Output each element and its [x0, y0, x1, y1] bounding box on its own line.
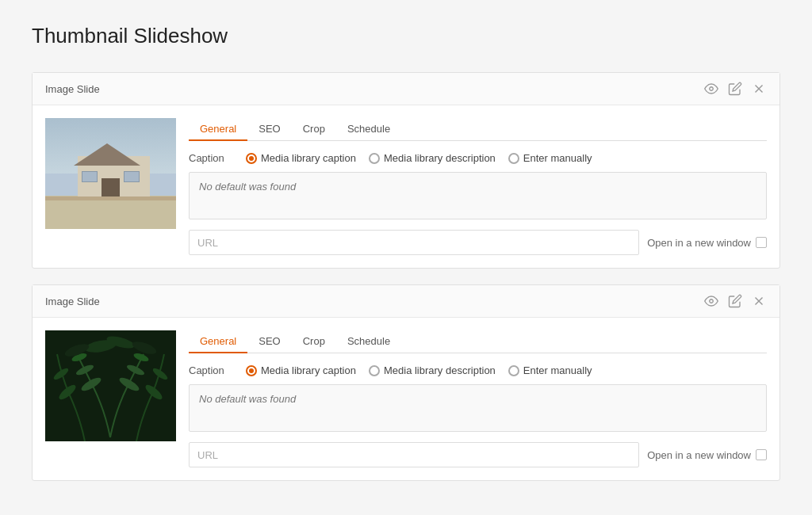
radio-label-2b: Media library description	[384, 364, 496, 376]
tab-seo-1[interactable]: SEO	[247, 118, 291, 141]
slide-card-1: Image Slide	[32, 72, 780, 269]
tab-seo-2[interactable]: SEO	[247, 330, 291, 353]
radio-enter-manually-2[interactable]: Enter manually	[508, 364, 592, 376]
radio-media-caption-1[interactable]: Media library caption	[246, 152, 356, 164]
slide-2-image	[45, 330, 176, 441]
tab-general-2[interactable]: General	[189, 330, 247, 353]
caption-label-1: Caption	[189, 152, 236, 164]
radio-circle-2c	[508, 365, 519, 376]
edit-icon-slide-2[interactable]	[727, 293, 743, 309]
eye-svg-2	[704, 294, 718, 308]
caption-textarea-1[interactable]	[189, 172, 767, 219]
radio-circle-1a	[246, 153, 257, 164]
slide-2-tabs: General SEO Crop Schedule	[189, 330, 767, 353]
radio-media-desc-1[interactable]: Media library description	[369, 152, 496, 164]
house-window-left	[82, 171, 98, 182]
radio-label-2a: Media library caption	[261, 364, 356, 376]
fern-svg	[45, 330, 176, 441]
open-new-window-1: Open in a new window	[647, 237, 767, 249]
tab-schedule-1[interactable]: Schedule	[336, 118, 401, 141]
edit-svg-1	[728, 82, 742, 96]
close-svg-1	[752, 82, 766, 96]
slide-1-image	[45, 118, 176, 229]
radio-label-2c: Enter manually	[523, 364, 592, 376]
radio-media-desc-2[interactable]: Media library description	[369, 364, 496, 376]
house-window-right	[124, 171, 140, 182]
slide-1-body: General SEO Crop Schedule Caption Media …	[33, 105, 779, 268]
tab-crop-2[interactable]: Crop	[292, 330, 336, 353]
close-icon-slide-1[interactable]	[751, 81, 767, 97]
slide-2-header-icons	[703, 293, 767, 309]
caption-label-2: Caption	[189, 364, 236, 376]
radio-circle-2b	[369, 365, 380, 376]
url-row-2: Open in a new window	[189, 442, 767, 467]
slide-2-body: General SEO Crop Schedule Caption Media …	[33, 318, 779, 480]
page-wrapper: Thumbnail Slideshow Image Slide	[0, 0, 812, 515]
house-door	[102, 178, 120, 198]
radio-label-1a: Media library caption	[261, 152, 356, 164]
eye-icon-slide-1[interactable]	[703, 81, 719, 97]
radio-enter-manually-1[interactable]: Enter manually	[508, 152, 592, 164]
open-new-window-2: Open in a new window	[647, 449, 767, 461]
radio-label-1b: Media library description	[384, 152, 496, 164]
svg-point-3	[710, 299, 714, 303]
radio-label-1c: Enter manually	[523, 152, 592, 164]
slide-1-header-icons	[703, 81, 767, 97]
slide-1-content: General SEO Crop Schedule Caption Media …	[189, 118, 767, 255]
tab-schedule-2[interactable]: Schedule	[336, 330, 401, 353]
url-row-1: Open in a new window	[189, 230, 767, 255]
close-icon-slide-2[interactable]	[751, 293, 767, 309]
url-input-1[interactable]	[189, 230, 639, 255]
caption-row-2: Caption Media library caption Media libr…	[189, 364, 767, 376]
caption-row-1: Caption Media library caption Media libr…	[189, 152, 767, 164]
open-new-window-label-1: Open in a new window	[647, 237, 751, 249]
page-title: Thumbnail Slideshow	[32, 24, 780, 48]
house-ground	[45, 196, 176, 229]
radio-circle-1c	[508, 153, 519, 164]
eye-icon-slide-2[interactable]	[703, 293, 719, 309]
eye-svg-1	[704, 82, 718, 96]
new-window-checkbox-1[interactable]	[756, 237, 767, 248]
tab-general-1[interactable]: General	[189, 118, 247, 141]
radio-circle-1b	[369, 153, 380, 164]
slide-2-title: Image Slide	[45, 296, 100, 307]
slide-card-header-2: Image Slide	[33, 285, 779, 318]
radio-group-1: Media library caption Media library desc…	[246, 152, 592, 164]
url-input-2[interactable]	[189, 442, 639, 467]
edit-svg-2	[728, 294, 742, 308]
tab-crop-1[interactable]: Crop	[292, 118, 336, 141]
edit-icon-slide-1[interactable]	[727, 81, 743, 97]
house-fence	[45, 196, 176, 200]
radio-group-2: Media library caption Media library desc…	[246, 364, 592, 376]
radio-media-caption-2[interactable]: Media library caption	[246, 364, 356, 376]
slide-2-content: General SEO Crop Schedule Caption Media …	[189, 330, 767, 467]
svg-point-0	[710, 87, 714, 91]
slide-1-tabs: General SEO Crop Schedule	[189, 118, 767, 141]
slide-card-header-1: Image Slide	[33, 73, 779, 105]
radio-circle-2a	[246, 365, 257, 376]
close-svg-2	[752, 294, 766, 308]
slide-1-title: Image Slide	[45, 83, 100, 95]
house-roof	[74, 143, 140, 166]
slide-card-2: Image Slide	[32, 284, 780, 481]
caption-textarea-2[interactable]	[189, 384, 767, 432]
open-new-window-label-2: Open in a new window	[647, 449, 751, 461]
new-window-checkbox-2[interactable]	[756, 449, 767, 460]
